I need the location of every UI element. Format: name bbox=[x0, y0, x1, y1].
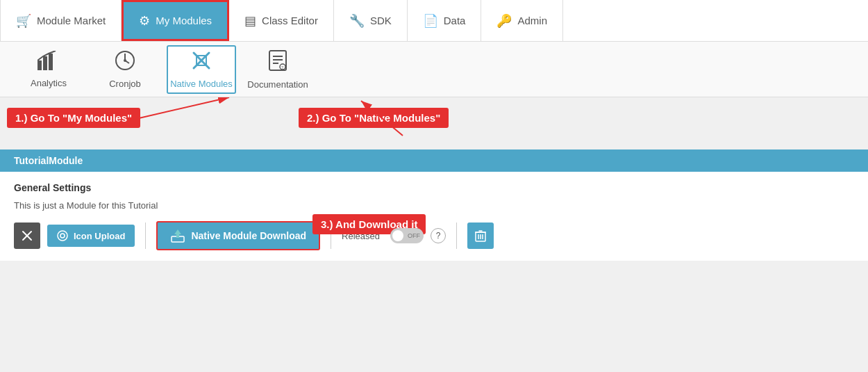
documentation-icon: ? bbox=[268, 49, 287, 76]
icon-upload-button[interactable]: Icon Upload bbox=[47, 225, 135, 247]
sdk-icon: 🔧 bbox=[349, 13, 365, 29]
basket-icon: 🛒 bbox=[16, 13, 31, 29]
svg-point-21 bbox=[58, 231, 67, 241]
class-editor-icon: ▤ bbox=[244, 13, 256, 29]
native-module-download-button[interactable]: Native Module Download bbox=[156, 221, 320, 250]
subnav-analytics[interactable]: Analytics bbox=[14, 45, 83, 94]
svg-point-22 bbox=[60, 234, 65, 238]
native-modules-icon bbox=[191, 50, 212, 76]
released-toggle[interactable] bbox=[390, 228, 424, 243]
subnav-native-modules-label: Native Modules bbox=[170, 79, 233, 89]
icon-upload-label: Icon Upload bbox=[74, 231, 125, 241]
tools-button[interactable] bbox=[14, 223, 40, 249]
svg-line-17 bbox=[139, 97, 229, 118]
nav-module-market[interactable]: 🛒 Module Market bbox=[0, 0, 122, 41]
nav-admin-label: Admin bbox=[517, 15, 547, 26]
subnav-cronjob-label: Cronjob bbox=[109, 79, 141, 89]
section-title: General Settings bbox=[14, 182, 854, 193]
nav-class-editor[interactable]: ▤ Class Editor bbox=[229, 0, 334, 41]
subnav-documentation[interactable]: ? Documentation bbox=[243, 45, 312, 94]
svg-rect-1 bbox=[43, 56, 47, 70]
module-body: General Settings This is just a Module f… bbox=[0, 172, 868, 261]
subnav-cronjob[interactable]: Cronjob bbox=[90, 45, 160, 94]
annotation-area: 1.) Go To "My Modules" 2.) Go To "Native… bbox=[0, 97, 868, 149]
actions-row: Icon Upload Native Module Download Relea… bbox=[14, 221, 854, 250]
analytics-icon bbox=[37, 51, 60, 75]
nav-admin[interactable]: 🔑 Admin bbox=[481, 0, 563, 41]
delete-button[interactable] bbox=[467, 223, 494, 249]
separator-3 bbox=[456, 223, 457, 249]
nav-sdk[interactable]: 🔧 SDK bbox=[334, 0, 408, 41]
data-icon: 📄 bbox=[423, 13, 438, 29]
annotation-label-2: 2.) Go To "Native Modules" bbox=[299, 108, 449, 128]
nav-my-modules-label: My Modules bbox=[156, 15, 212, 26]
subnav-analytics-label: Analytics bbox=[31, 78, 67, 88]
nav-data-label: Data bbox=[444, 15, 466, 26]
annotation-label-1: 1.) Go To "My Modules" bbox=[7, 108, 140, 128]
cronjob-icon bbox=[115, 50, 135, 76]
subnav-native-modules[interactable]: Native Modules bbox=[167, 45, 236, 94]
module-header: TutorialModule bbox=[0, 149, 868, 172]
svg-point-6 bbox=[124, 59, 126, 62]
subnav-documentation-label: Documentation bbox=[247, 79, 308, 90]
svg-rect-0 bbox=[37, 60, 42, 70]
module-title: TutorialModule bbox=[14, 155, 83, 166]
native-download-label: Native Module Download bbox=[191, 230, 306, 241]
svg-rect-2 bbox=[49, 54, 53, 70]
nav-sdk-label: SDK bbox=[370, 15, 392, 26]
gear-icon: ⚙ bbox=[139, 13, 150, 29]
description-text: This is just a Module for this Tutorial bbox=[14, 200, 854, 211]
nav-class-editor-label: Class Editor bbox=[262, 15, 318, 26]
separator-1 bbox=[145, 223, 146, 249]
help-button[interactable]: ? bbox=[431, 228, 446, 243]
nav-module-market-label: Module Market bbox=[37, 15, 106, 26]
actions-wrapper: 3.) And Download it Icon Upload bbox=[14, 221, 854, 250]
content-area: TutorialModule General Settings This is … bbox=[0, 149, 868, 261]
top-navigation: 🛒 Module Market ⚙ My Modules ▤ Class Edi… bbox=[0, 0, 868, 42]
nav-my-modules[interactable]: ⚙ My Modules bbox=[122, 0, 229, 41]
nav-data[interactable]: 📄 Data bbox=[408, 0, 482, 41]
sub-navigation: Analytics Cronjob Native Modules ? Docum… bbox=[0, 42, 868, 97]
admin-icon: 🔑 bbox=[496, 13, 512, 29]
help-icon: ? bbox=[436, 231, 441, 241]
